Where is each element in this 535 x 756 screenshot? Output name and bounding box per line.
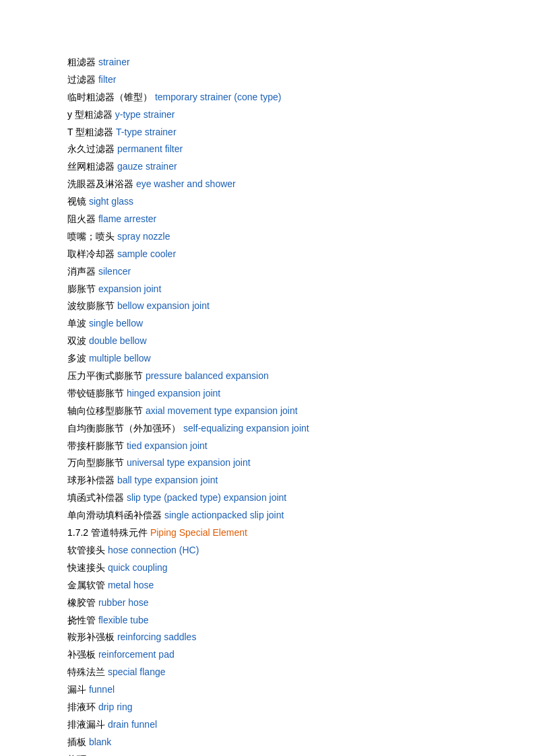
item-en: pressure balanced expansion — [146, 370, 269, 381]
item-cn: 软管接头 — [67, 545, 108, 555]
list-item: 垫环 spacer — [67, 751, 495, 756]
list-item: 橡胶管 rubber hose — [67, 594, 495, 612]
item-cn: 排液环 — [67, 701, 98, 712]
list-item: 膨胀节 expansion joint — [67, 281, 495, 298]
item-en: drip ring — [98, 701, 133, 712]
item-cn: 漏斗 — [67, 684, 89, 695]
item-cn: 粗滤器 — [67, 57, 98, 67]
item-cn: 永久过滤器 — [67, 143, 117, 154]
item-cn: 补强板 — [67, 649, 98, 660]
item-cn: 阻火器 — [67, 213, 98, 224]
list-item: 补强板 reinforcement pad — [67, 646, 495, 664]
list-item: y 型粗滤器 y-type strainer — [67, 106, 495, 124]
item-cn: 带铰链膨胀节 — [67, 388, 127, 399]
list-item: 挠性管 flexible tube — [67, 612, 495, 629]
item-cn: 插板 — [67, 736, 89, 747]
item-cn: 丝网粗滤器 — [67, 161, 117, 172]
list-item: T 型粗滤器 T-type strainer — [67, 124, 495, 141]
item-en: y-type strainer — [115, 109, 175, 120]
item-en: blank — [89, 736, 111, 747]
item-en: expansion joint — [98, 283, 161, 294]
list-item: 插板 blank — [67, 734, 495, 751]
item-en: spray nozzle — [117, 231, 170, 242]
item-cn: 单波 — [67, 318, 89, 329]
list-item: 丝网粗滤器 gauze strainer — [67, 158, 495, 176]
item-cn: 垫环 — [67, 754, 89, 756]
list-item: 永久过滤器 permanent filter — [67, 141, 495, 158]
list-item: 金属软管 metal hose — [67, 577, 495, 594]
item-en: drain funnel — [108, 719, 157, 730]
item-cn: 特殊法兰 — [67, 666, 108, 677]
list-item: 喷嘴；喷头 spray nozzle — [67, 228, 495, 246]
item-en: reinforcing saddles — [117, 631, 197, 642]
item-en: special flange — [108, 666, 166, 677]
item-en: hinged expansion joint — [127, 388, 220, 399]
item-en: flexible tube — [98, 615, 149, 625]
item-en: slip type (packed type) expansion joint — [127, 492, 286, 503]
item-cn: 视镜 — [67, 196, 89, 207]
item-cn: 快速接头 — [67, 562, 108, 573]
item-en: sample cooler — [117, 248, 176, 259]
list-item: 阻火器 flame arrester — [67, 211, 495, 228]
item-cn: 膨胀节 — [67, 283, 98, 294]
item-en: permanent filter — [117, 143, 183, 154]
section-cn: 1.7.2 管道特殊元件 — [67, 527, 150, 538]
item-cn: T 型粗滤器 — [67, 127, 116, 137]
item-cn: 多波 — [67, 353, 89, 364]
item-en: temporary strainer (cone type) — [155, 92, 282, 102]
item-en: eye washer and shower — [136, 178, 236, 189]
item-en: strainer — [98, 57, 130, 67]
item-en: spacer — [89, 754, 117, 756]
item-en: flame arrester — [98, 213, 156, 224]
item-cn: 波纹膨胀节 — [67, 300, 117, 311]
item-en: T-type strainer — [116, 127, 176, 137]
item-en: metal hose — [108, 580, 154, 590]
item-en: self-equalizing expansion joint — [183, 423, 309, 434]
list-item: 临时粗滤器（锥型） temporary strainer (cone type) — [67, 89, 495, 106]
item-cn: 临时粗滤器（锥型） — [67, 92, 155, 102]
item-en: silencer — [98, 266, 131, 277]
list-item: 双波 double bellow — [67, 333, 495, 350]
item-cn: 洗眼器及淋浴器 — [67, 178, 136, 189]
item-cn: 橡胶管 — [67, 597, 98, 608]
item-cn: 消声器 — [67, 266, 98, 277]
list-item: 带接杆膨胀节 tied expansion joint — [67, 438, 495, 455]
list-item: 洗眼器及淋浴器 eye washer and shower — [67, 176, 495, 193]
item-en: universal type expansion joint — [127, 457, 251, 468]
list-item: 消声器 silencer — [67, 263, 495, 281]
list-item: 1.7.2 管道特殊元件 Piping Special Element — [67, 524, 495, 542]
list-item: 特殊法兰 special flange — [67, 664, 495, 681]
list-item: 带铰链膨胀节 hinged expansion joint — [67, 385, 495, 403]
list-item: 快速接头 quick coupling — [67, 559, 495, 577]
item-cn: 填函式补偿器 — [67, 492, 127, 503]
item-en: sight glass — [89, 196, 133, 207]
item-cn: 取样冷却器 — [67, 248, 117, 259]
item-cn: 单向滑动填料函补偿器 — [67, 510, 164, 520]
item-cn: 球形补偿器 — [67, 475, 117, 485]
list-item: 球形补偿器 ball type expansion joint — [67, 472, 495, 489]
item-cn: 挠性管 — [67, 615, 98, 625]
item-cn: 双波 — [67, 335, 89, 346]
item-en: quick coupling — [108, 562, 168, 573]
list-item: 漏斗 funnel — [67, 681, 495, 699]
item-cn: 压力平衡式膨胀节 — [67, 370, 146, 381]
item-en: reinforcement pad — [98, 649, 175, 660]
item-en: filter — [98, 74, 116, 85]
item-cn: 带接杆膨胀节 — [67, 440, 127, 451]
item-en: tied expansion joint — [127, 440, 208, 451]
item-cn: 自均衡膨胀节（外加强环） — [67, 423, 183, 434]
item-en: funnel — [89, 684, 115, 695]
item-en: single actionpacked slip joint — [164, 510, 284, 520]
list-item: 单向滑动填料函补偿器 single actionpacked slip join… — [67, 507, 495, 524]
item-en: hose connection (HC) — [108, 545, 199, 555]
item-cn: 过滤器 — [67, 74, 98, 85]
list-item: 填函式补偿器 slip type (packed type) expansion… — [67, 489, 495, 507]
list-item: 多波 multiple bellow — [67, 350, 495, 368]
item-en: gauze strainer — [117, 161, 177, 172]
item-en: double bellow — [89, 335, 147, 346]
list-item: 软管接头 hose connection (HC) — [67, 542, 495, 559]
list-item: 排液环 drip ring — [67, 699, 495, 716]
item-cn: 喷嘴；喷头 — [67, 231, 117, 242]
list-item: 压力平衡式膨胀节 pressure balanced expansion — [67, 368, 495, 385]
item-en: ball type expansion joint — [117, 475, 218, 485]
